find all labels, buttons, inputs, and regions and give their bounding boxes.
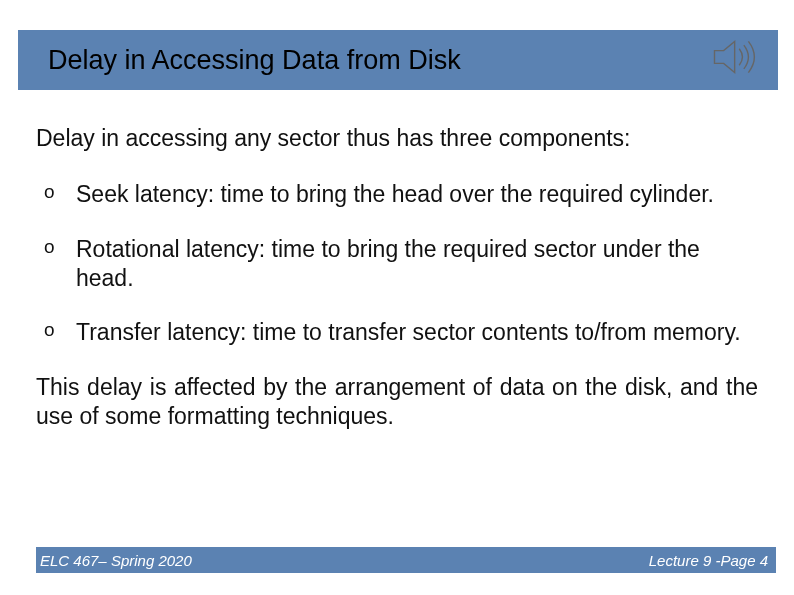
slide: Delay in Accessing Data from Disk Delay … — [0, 0, 794, 595]
bullet-text: Rotational latency: time to bring the re… — [76, 236, 700, 291]
bullet-list: o Seek latency: time to bring the head o… — [36, 180, 758, 347]
footer-left: ELC 467– Spring 2020 — [40, 552, 192, 569]
speaker-icon[interactable] — [709, 32, 764, 82]
bullet-marker: o — [44, 235, 55, 259]
bullet-marker: o — [44, 180, 55, 204]
footer-right: Lecture 9 -Page 4 — [649, 552, 768, 569]
bullet-text: Seek latency: time to bring the head ove… — [76, 181, 714, 207]
title-bar: Delay in Accessing Data from Disk — [18, 30, 778, 90]
bullet-marker: o — [44, 318, 55, 342]
outro-text: This delay is affected by the arrangemen… — [36, 373, 758, 431]
list-item: o Seek latency: time to bring the head o… — [36, 180, 758, 209]
intro-text: Delay in accessing any sector thus has t… — [36, 125, 758, 152]
bullet-text: Transfer latency: time to transfer secto… — [76, 319, 741, 345]
list-item: o Transfer latency: time to transfer sec… — [36, 318, 758, 347]
slide-content: Delay in accessing any sector thus has t… — [36, 125, 758, 431]
slide-title: Delay in Accessing Data from Disk — [48, 45, 461, 76]
footer-bar: ELC 467– Spring 2020 Lecture 9 -Page 4 — [36, 547, 776, 573]
list-item: o Rotational latency: time to bring the … — [36, 235, 758, 293]
